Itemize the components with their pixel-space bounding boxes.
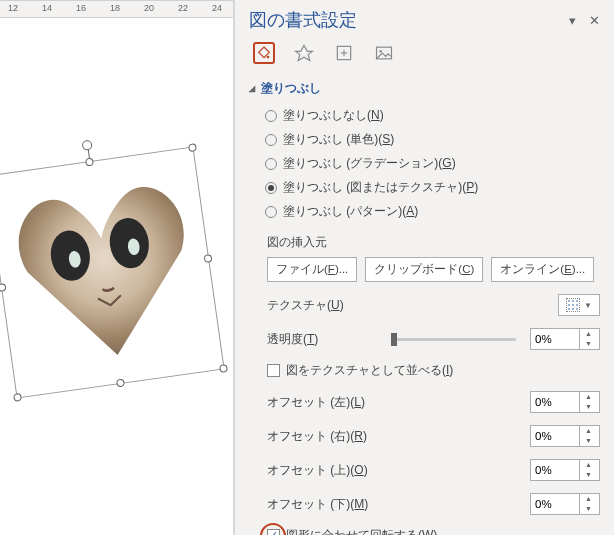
insert-from-clipboard-button[interactable]: クリップボード(C) <box>365 257 483 282</box>
offset-right-spinner[interactable]: ▲▼ <box>530 425 600 447</box>
spinner-down-icon[interactable]: ▼ <box>580 339 597 349</box>
offset-top-label: オフセット (上)(O) <box>267 462 395 479</box>
rotate-with-shape-checkbox[interactable]: ✓ 図形に合わせて回転する(W) <box>267 527 600 535</box>
svg-point-6 <box>379 50 382 53</box>
resize-handle[interactable] <box>85 158 94 167</box>
ruler-mark: 24 <box>212 3 222 13</box>
fill-picture-texture-radio[interactable]: 塗りつぶし (図またはテクスチャ)(P) <box>265 179 600 196</box>
spinner-down-icon[interactable]: ▼ <box>580 504 597 514</box>
fill-gradient-radio[interactable]: 塗りつぶし (グラデーション)(G) <box>265 155 600 172</box>
fill-solid-radio[interactable]: 塗りつぶし (単色)(S) <box>265 131 600 148</box>
spinner-up-icon[interactable]: ▲ <box>580 460 597 470</box>
size-properties-tab[interactable] <box>333 42 355 64</box>
resize-handle[interactable] <box>219 364 228 373</box>
format-category-tabs <box>253 42 600 64</box>
spinner-up-icon[interactable]: ▲ <box>580 426 597 436</box>
insert-from-file-button[interactable]: ファイル(F)... <box>267 257 357 282</box>
texture-picker-button[interactable]: ▼ <box>558 294 600 316</box>
resize-handle[interactable] <box>203 254 212 263</box>
offset-right-label: オフセット (右)(R) <box>267 428 395 445</box>
texture-label: テクスチャ(U) <box>267 297 377 314</box>
horizontal-ruler: 12 14 16 18 20 22 24 <box>0 0 233 18</box>
offset-bottom-label: オフセット (下)(M) <box>267 496 395 513</box>
ruler-mark: 14 <box>42 3 52 13</box>
resize-handle[interactable] <box>116 378 125 387</box>
format-picture-pane: 図の書式設定 ▾ ✕ 塗りつぶし 塗りつぶしなし(N) 塗りつぶし (単色)(S… <box>234 0 614 535</box>
offset-left-spinner[interactable]: ▲▼ <box>530 391 600 413</box>
close-panel-icon[interactable]: ✕ <box>589 13 600 28</box>
rotation-handle[interactable] <box>81 140 92 151</box>
ruler-mark: 16 <box>76 3 86 13</box>
offset-top-spinner[interactable]: ▲▼ <box>530 459 600 481</box>
spinner-up-icon[interactable]: ▲ <box>580 494 597 504</box>
fill-pattern-radio[interactable]: 塗りつぶし (パターン)(A) <box>265 203 600 220</box>
resize-handle[interactable] <box>0 282 7 291</box>
spinner-down-icon[interactable]: ▼ <box>580 436 597 446</box>
heart-picture-fill <box>0 154 217 389</box>
tile-as-texture-checkbox[interactable]: 図をテクスチャとして並べる(I) <box>267 362 600 379</box>
spinner-up-icon[interactable]: ▲ <box>580 392 597 402</box>
selected-heart-shape[interactable] <box>0 146 225 398</box>
panel-menu-dropdown-icon[interactable]: ▾ <box>569 13 576 28</box>
transparency-spinner[interactable]: ▲▼ <box>530 328 600 350</box>
spinner-down-icon[interactable]: ▼ <box>580 402 597 412</box>
spinner-down-icon[interactable]: ▼ <box>580 470 597 480</box>
insert-from-online-button[interactable]: オンライン(E)... <box>491 257 594 282</box>
offset-left-label: オフセット (左)(L) <box>267 394 395 411</box>
chevron-down-icon: ▼ <box>584 301 592 310</box>
ruler-mark: 22 <box>178 3 188 13</box>
texture-swatch-icon <box>566 298 580 312</box>
offset-bottom-spinner[interactable]: ▲▼ <box>530 493 600 515</box>
fill-section-header[interactable]: 塗りつぶし <box>249 80 600 97</box>
effects-tab[interactable] <box>293 42 315 64</box>
ruler-mark: 20 <box>144 3 154 13</box>
transparency-label: 透明度(T) <box>267 331 377 348</box>
document-canvas[interactable]: 12 14 16 18 20 22 24 <box>0 0 234 535</box>
insert-from-label: 図の挿入元 <box>267 234 600 251</box>
spinner-up-icon[interactable]: ▲ <box>580 329 597 339</box>
panel-title: 図の書式設定 <box>249 8 357 32</box>
transparency-slider[interactable] <box>391 338 516 341</box>
transparency-value[interactable] <box>531 329 579 349</box>
resize-handle[interactable] <box>188 143 197 152</box>
fill-none-radio[interactable]: 塗りつぶしなし(N) <box>265 107 600 124</box>
ruler-mark: 18 <box>110 3 120 13</box>
fill-and-line-tab[interactable] <box>253 42 275 64</box>
resize-handle[interactable] <box>13 393 22 402</box>
ruler-mark: 12 <box>8 3 18 13</box>
picture-tab[interactable] <box>373 42 395 64</box>
